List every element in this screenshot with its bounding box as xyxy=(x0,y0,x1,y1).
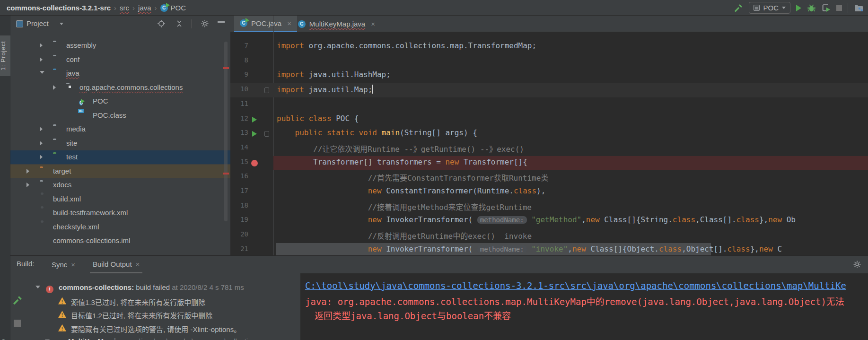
console-file-link[interactable]: C:\tool\study\java\commons-collections-3… xyxy=(305,280,846,291)
tree-item-label: org.apache.commons.collections xyxy=(79,83,183,91)
chevron-down-icon[interactable] xyxy=(40,71,44,74)
tree-item-org-apache-commons-collections[interactable]: org.apache.commons.collections xyxy=(10,81,230,95)
code-text: //接着调用getMethod来定位查找getRuntime xyxy=(277,201,532,212)
code-text: new InvokerTransformer( methodName: "get… xyxy=(277,215,796,224)
code-line-10[interactable]: 10import java.util.Map; xyxy=(230,83,868,97)
class-icon: C xyxy=(298,20,306,28)
build-tree-row[interactable]: !源值1.3已过时, 将在未来所有发行版中删除 xyxy=(26,296,300,308)
gear-icon[interactable] xyxy=(201,19,209,28)
chevron-right-icon[interactable] xyxy=(40,141,43,146)
editor[interactable]: CPOC.java×CMultiKeyMap.java× 7import org… xyxy=(230,16,868,255)
tree-item-commons-collections-iml[interactable]: commons-collections.iml xyxy=(10,234,230,248)
run-with-coverage-icon[interactable] xyxy=(822,3,831,12)
code-line-12[interactable]: 12public class POC { xyxy=(230,113,868,127)
breadcrumb-item[interactable]: commons-collections-3.2.1-src xyxy=(7,4,111,12)
build-tree-row[interactable]: !目标值1.2已过时, 将在未来所有发行版中删除 xyxy=(26,309,300,321)
class-run-icon: C xyxy=(160,4,168,12)
run-config-select[interactable]: POC xyxy=(749,2,790,14)
fold-marker-icon[interactable] xyxy=(264,87,269,93)
editor-tab-multikeymap-java[interactable]: CMultiKeyMap.java× xyxy=(292,16,381,32)
build-tree-row[interactable]: !commons-collections: build failed at 20… xyxy=(26,282,300,294)
line-number: 17 xyxy=(230,187,248,194)
chevron-right-icon[interactable] xyxy=(40,57,43,62)
build-output-tree: !commons-collections: build failed at 20… xyxy=(26,256,300,340)
tree-item-site[interactable]: site xyxy=(10,137,230,150)
build-settings-gear-icon[interactable] xyxy=(853,260,861,269)
tree-item-assembly[interactable]: assembly xyxy=(10,39,230,52)
tree-item-media[interactable]: media xyxy=(10,122,230,136)
stripe-tab-project[interactable]: 1: Project xyxy=(0,35,10,76)
code-line-7[interactable]: 7import org.apache.commons.collections.m… xyxy=(230,40,868,54)
line-number: 12 xyxy=(230,114,248,122)
console-error-text: java: org.apache.commons.collections.map… xyxy=(305,295,844,307)
run-line-icon[interactable] xyxy=(252,131,257,137)
chevron-right-icon[interactable] xyxy=(26,169,29,174)
debug-bug-icon[interactable] xyxy=(807,3,816,12)
code-line-11[interactable]: 11 xyxy=(230,98,868,112)
tree-item-xdocs[interactable]: xdocs xyxy=(10,178,230,192)
tree-item-poc[interactable]: CPOC xyxy=(10,95,230,108)
code-line-15[interactable]: 15 Transformer[] transformers = new Tran… xyxy=(230,156,868,170)
code-line-21[interactable]: 21 new InvokerTransformer( methodName: "… xyxy=(230,243,868,255)
editor-tab-label: POC.java xyxy=(251,19,281,27)
breadcrumb-item[interactable]: CPOC xyxy=(160,4,186,12)
stripe-tab-structure[interactable]: Structure xyxy=(0,327,10,340)
editor-tab-poc-java[interactable]: CPOC.java× xyxy=(234,16,297,32)
console-error-text: 返回类型java.lang.Object与boolean不兼容 xyxy=(315,309,511,322)
project-structure-icon[interactable] xyxy=(854,3,863,13)
tree-item-checkstyle-xml[interactable]: checkstyle.xml xyxy=(10,220,230,234)
tree-item-conf[interactable]: conf xyxy=(10,53,230,67)
breadcrumb-item[interactable]: src xyxy=(120,4,129,12)
chevron-down-icon[interactable] xyxy=(60,23,63,25)
code-line-13[interactable]: 13 public static void main(String[] args… xyxy=(230,127,868,141)
code-text: new ConstantTransformer(Runtime.class), xyxy=(277,186,545,195)
tree-item-test[interactable]: test xyxy=(10,150,230,164)
editor-tabbar: CPOC.java×CMultiKeyMap.java× xyxy=(230,16,868,32)
build-tree-row[interactable]: MultiKeyMap.java src\java\org\apache\com… xyxy=(26,336,300,340)
chevron-down-icon xyxy=(782,7,786,9)
project-title[interactable]: Project xyxy=(26,19,49,27)
code-text: //反射调用getRuntime中的exec() invoke xyxy=(277,230,532,241)
chevron-right-icon[interactable] xyxy=(40,155,43,159)
build-hammer-icon[interactable] xyxy=(734,3,743,13)
fold-marker-icon[interactable] xyxy=(264,131,269,137)
tree-item-target[interactable]: target xyxy=(10,165,230,178)
error-icon: ! xyxy=(46,283,53,293)
code-line-14[interactable]: 14 //让它依次调用Runtime --》getRuntime() --》ex… xyxy=(230,141,868,156)
chevron-down-icon[interactable] xyxy=(35,286,40,288)
chevron-right-icon[interactable] xyxy=(40,43,43,48)
error-stripe-mark xyxy=(223,67,229,69)
run-line-icon[interactable] xyxy=(252,117,257,122)
chevron-right-icon[interactable] xyxy=(40,127,43,131)
code-line-17[interactable]: 17 new ConstantTransformer(Runtime.class… xyxy=(230,185,868,199)
code-line-20[interactable]: 20 //反射调用getRuntime中的exec() invoke xyxy=(230,228,868,243)
tree-item-label: target xyxy=(53,167,71,175)
run-button[interactable] xyxy=(796,5,801,11)
chevron-right-icon[interactable] xyxy=(53,85,56,90)
tree-item-poc-class[interactable]: 01POC.class xyxy=(10,109,230,122)
tree-item-java[interactable]: java xyxy=(10,67,230,80)
code-line-18[interactable]: 18 //接着调用getMethod来定位查找getRuntime xyxy=(230,200,868,214)
collapse-all-icon[interactable] xyxy=(175,19,184,28)
stop-button[interactable] xyxy=(836,5,842,11)
code-line-8[interactable]: 8 xyxy=(230,54,868,69)
code-line-9[interactable]: 9import java.util.HashMap; xyxy=(230,69,868,83)
code-line-16[interactable]: 16 //首先需要ConstantTransformer获取Runtime类 xyxy=(230,170,868,184)
breakpoint-icon[interactable] xyxy=(251,160,258,166)
close-icon[interactable]: × xyxy=(287,19,291,27)
rerun-build-hammer-icon[interactable] xyxy=(12,295,23,305)
chevron-right-icon[interactable] xyxy=(26,183,29,187)
stop-build-icon[interactable] xyxy=(14,320,21,327)
run-overlay-icon xyxy=(245,18,249,23)
locate-file-icon[interactable] xyxy=(157,19,166,28)
hide-panel-icon[interactable] xyxy=(218,21,225,23)
tree-item-build-xml[interactable]: build.xml xyxy=(10,192,230,206)
build-tree-text: commons-collections: build failed at 202… xyxy=(59,283,244,291)
code-line-19[interactable]: 19 new InvokerTransformer( methodName: "… xyxy=(230,214,868,228)
breadcrumb-item[interactable]: java xyxy=(138,4,151,12)
code-text: new InvokerTransformer( methodName: "inv… xyxy=(277,244,782,253)
close-icon[interactable]: × xyxy=(371,20,375,28)
tree-item-build-testframework-xml[interactable]: build-testframework.xml xyxy=(10,206,230,220)
build-tree-row[interactable]: !要隐藏有关已过时选项的警告, 请使用 -Xlint:-options。 xyxy=(26,323,300,335)
line-number: 18 xyxy=(230,201,248,209)
